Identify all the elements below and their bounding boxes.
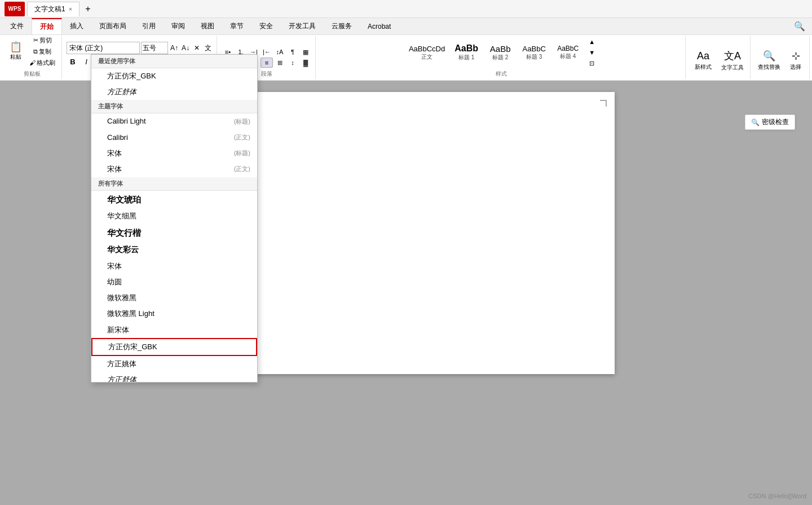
page-corner-tr	[600, 100, 607, 107]
theme-font-calibri[interactable]: Calibri (正文)	[91, 130, 257, 146]
doc-tab[interactable]: 文字文稿1 ×	[27, 2, 80, 16]
font-name: 宋体	[107, 164, 122, 174]
tab-reference[interactable]: 引用	[134, 18, 164, 34]
all-font-youyuan[interactable]: 幼圆	[91, 274, 257, 290]
line-spacing-button[interactable]: ↕	[286, 58, 299, 68]
copy-icon: ⧉	[33, 48, 38, 55]
title-bar: WPS 文字文稿1 × +	[0, 0, 812, 18]
all-font-huawenxingkai[interactable]: 华文行楷	[91, 224, 257, 241]
styles-label: 样式	[496, 70, 507, 78]
style-heading3[interactable]: AaBbC 标题 3	[517, 43, 551, 62]
style-heading4[interactable]: AaBbC 标题 4	[551, 43, 585, 62]
theme-font-calibri-light[interactable]: Calibri Light (标题)	[91, 113, 257, 129]
styles-more[interactable]: ⊡	[586, 58, 598, 68]
security-search-icon: 🔍	[751, 118, 760, 126]
clear-format-button[interactable]: ✕	[192, 43, 202, 53]
all-font-fzshuti[interactable]: 方正舒体	[91, 372, 257, 382]
font-name: 幼圆	[107, 277, 122, 287]
paste-icon: 📋	[10, 42, 22, 52]
all-font-msyahei-light[interactable]: 微软雅黑 Light	[91, 306, 257, 322]
text-tools-button[interactable]: 文A 文字工具	[718, 45, 747, 76]
font-name: 华文细黑	[107, 211, 136, 221]
tab-chapter[interactable]: 章节	[222, 18, 251, 34]
theme-font-songti-heading[interactable]: 宋体 (标题)	[91, 146, 257, 161]
group-styles: AaBbCcDd 正文 AaBb 标题 1 AaBb 标题 2 AaBbC 标题…	[317, 36, 686, 79]
recent-font-item-1[interactable]: 方正仿宋_GBK	[91, 68, 257, 84]
sort-button[interactable]: ↕A	[273, 47, 286, 57]
distribute-button[interactable]: ⊞	[273, 58, 286, 68]
all-font-fzfangsong[interactable]: 方正仿宋_GBK	[91, 338, 257, 356]
paste-button[interactable]: 📋 粘贴	[6, 36, 26, 67]
close-tab-button[interactable]: ×	[69, 6, 72, 12]
font-name-input[interactable]	[67, 42, 140, 54]
doc-title: 文字文稿1	[34, 5, 65, 14]
all-font-huawenhupo[interactable]: 华文琥珀	[91, 191, 257, 208]
font-dropdown[interactable]: 最近使用字体 方正仿宋_GBK 方正舒体 主题字体 Calibri Light …	[91, 54, 258, 383]
cut-icon: ✂	[33, 37, 38, 44]
copy-button[interactable]: ⧉ 复制	[27, 46, 58, 56]
font-name: 方正姚体	[107, 359, 136, 369]
tab-acrobat[interactable]: Acrobat	[360, 18, 399, 34]
font-tag: (标题)	[234, 149, 250, 157]
security-check-button[interactable]: 🔍 密级检查	[745, 115, 795, 130]
format-painter-icon: 🖌	[29, 59, 36, 66]
document-page[interactable]	[197, 92, 615, 374]
tab-page-layout[interactable]: 页面布局	[91, 18, 134, 34]
tab-cloud[interactable]: 云服务	[324, 18, 360, 34]
format-painter-button[interactable]: 🖌 格式刷	[27, 58, 58, 68]
search-icon[interactable]: 🔍	[794, 21, 805, 32]
style-normal[interactable]: AaBbCcDd 正文	[404, 43, 449, 62]
bold-button[interactable]: B	[67, 55, 79, 68]
font-size-input[interactable]	[141, 42, 168, 54]
show-marks-button[interactable]: ¶	[286, 47, 299, 57]
tab-security[interactable]: 安全	[251, 18, 281, 34]
font-name: Calibri Light	[107, 116, 146, 126]
tab-file[interactable]: 文件	[2, 18, 32, 34]
group-find: 🔍 查找替换 ⊹ 选择	[752, 36, 810, 79]
border-button[interactable]: ▦	[299, 47, 312, 57]
all-font-huawencaiyun[interactable]: 华文彩云	[91, 241, 257, 258]
theme-fonts-header: 主题字体	[91, 100, 257, 113]
font-name: 微软雅黑 Light	[107, 309, 155, 319]
font-name: 宋体	[107, 148, 122, 159]
font-name: 方正仿宋_GBK	[107, 71, 156, 81]
all-font-msyahei[interactable]: 微软雅黑	[91, 290, 257, 306]
select-button[interactable]: ⊹ 选择	[785, 45, 806, 76]
theme-font-songti-body[interactable]: 宋体 (正文)	[91, 161, 257, 177]
cut-button[interactable]: ✂ 剪切	[27, 35, 58, 45]
tab-developer[interactable]: 开发工具	[281, 18, 324, 34]
font-name: Calibri	[107, 133, 128, 143]
increase-font-button[interactable]: A↑	[169, 43, 179, 53]
tab-home[interactable]: 开始	[32, 18, 62, 34]
all-font-songti[interactable]: 宋体	[91, 258, 257, 274]
paragraph-label: 段落	[261, 70, 272, 78]
tab-review[interactable]: 审阅	[164, 18, 193, 34]
bottom-badge: CSDN @Hello[]Word	[748, 493, 806, 499]
search-replace-button[interactable]: 🔍 查找替换	[755, 45, 783, 76]
ribbon-tabs: 文件 开始 插入 页面布局 引用 审阅 视图 章节 安全 开发工具 云服务 Ac…	[0, 18, 812, 35]
shading-button[interactable]: ▓	[299, 58, 312, 68]
indent-decrease-button[interactable]: |←	[261, 47, 273, 57]
clipboard-label: 剪贴板	[24, 70, 41, 78]
decrease-font-button[interactable]: A↓	[180, 43, 191, 53]
new-tab-button[interactable]: +	[82, 4, 94, 14]
select-icon: ⊹	[792, 50, 800, 62]
all-font-huawenxihei[interactable]: 华文细黑	[91, 208, 257, 224]
group-clipboard: 📋 粘贴 ✂ 剪切 ⧉ 复制 🖌 格式刷	[2, 36, 62, 79]
text-effect-button[interactable]: 文	[203, 43, 213, 53]
tab-insert[interactable]: 插入	[62, 18, 91, 34]
recent-font-item-2[interactable]: 方正舒体	[91, 84, 257, 100]
font-tag: (正文)	[234, 133, 250, 142]
style-heading2[interactable]: AaBb 标题 2	[483, 43, 517, 63]
recent-fonts-header: 最近使用字体	[91, 55, 257, 68]
new-style-button[interactable]: Aa 新样式	[690, 45, 716, 76]
text-tools-icon: 文A	[724, 49, 741, 63]
align-justify-button[interactable]: ≡	[261, 58, 273, 68]
all-font-fzyaoti[interactable]: 方正姚体	[91, 356, 257, 372]
styles-scroll-up[interactable]: ▲	[586, 37, 598, 47]
new-style-icon: Aa	[697, 50, 709, 62]
styles-scroll-down[interactable]: ▼	[586, 47, 598, 58]
all-font-newsongti[interactable]: 新宋体	[91, 322, 257, 338]
tab-view[interactable]: 视图	[193, 18, 222, 34]
style-heading1[interactable]: AaBb 标题 1	[449, 42, 483, 63]
